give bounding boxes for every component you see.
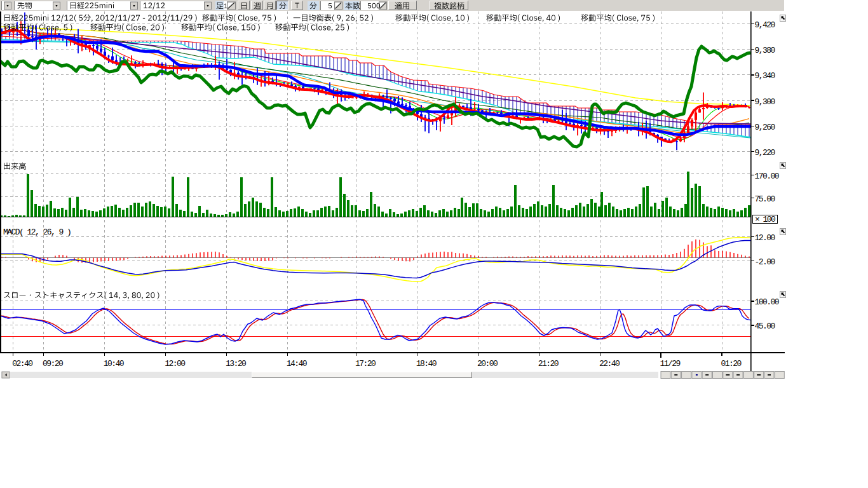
svg-text:18:40: 18:40 bbox=[416, 359, 437, 369]
svg-text:21:20: 21:20 bbox=[538, 359, 559, 369]
svg-text:100.00: 100.00 bbox=[755, 297, 779, 307]
svg-text:12.00: 12.00 bbox=[755, 233, 775, 243]
svg-text:02:40: 02:40 bbox=[12, 359, 32, 369]
svg-text:10:40: 10:40 bbox=[104, 359, 124, 369]
svg-text:9,260: 9,260 bbox=[755, 123, 775, 132]
svg-text:22:40: 22:40 bbox=[599, 359, 620, 369]
svg-text:MACD( 12, 26, 9 ): MACD( 12, 26, 9 ) bbox=[3, 227, 71, 237]
svg-text:45.00: 45.00 bbox=[755, 322, 775, 331]
svg-text:170.00: 170.00 bbox=[755, 172, 779, 181]
svg-text:13:20: 13:20 bbox=[226, 359, 246, 369]
svg-text:14:40: 14:40 bbox=[287, 359, 307, 369]
svg-text:01:20: 01:20 bbox=[721, 359, 742, 369]
svg-text:9,380: 9,380 bbox=[755, 46, 775, 55]
svg-text:9,420: 9,420 bbox=[755, 20, 775, 30]
svg-text:11/29: 11/29 bbox=[660, 359, 681, 369]
svg-text:75.00: 75.00 bbox=[755, 194, 775, 204]
svg-text:× 100: × 100 bbox=[755, 215, 775, 224]
svg-text:17:20: 17:20 bbox=[355, 359, 376, 369]
svg-text:9,300: 9,300 bbox=[755, 97, 775, 107]
svg-text:-2.00: -2.00 bbox=[755, 257, 775, 267]
svg-text:09:20: 09:20 bbox=[43, 359, 63, 369]
svg-text:9,220: 9,220 bbox=[755, 148, 775, 158]
svg-text:20:00: 20:00 bbox=[477, 359, 498, 369]
svg-text:9,340: 9,340 bbox=[755, 71, 775, 81]
svg-text:12:00: 12:00 bbox=[165, 359, 185, 369]
